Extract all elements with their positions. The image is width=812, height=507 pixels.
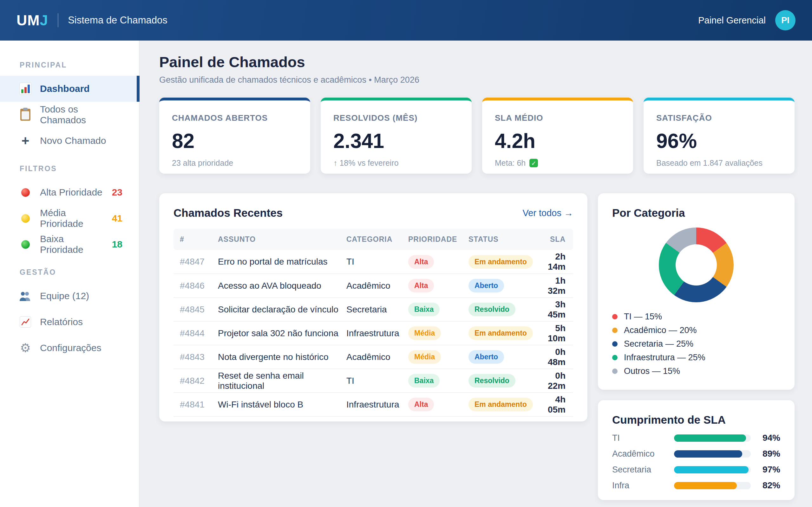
ticket-category: Infraestrutura (340, 321, 402, 345)
legend-item: Outros — 15% (612, 364, 780, 378)
kpi-value: 96% (656, 129, 782, 153)
kpi-value: 82 (172, 129, 298, 153)
sla-value: 94% (751, 433, 780, 443)
sidebar-item-equipe[interactable]: Equipe (12) (0, 283, 139, 309)
kpi-card-resolvidos-mes: RESOLVIDOS (MÊS) 2.341 ↑ 18% vs fevereir… (321, 98, 472, 174)
filter-count: 23 (112, 187, 122, 198)
kpi-caption-text: Meta: 6h (495, 158, 525, 168)
priority-badge: Alta (408, 255, 434, 269)
green-circle-icon (19, 240, 32, 249)
app-title: Sistema de Chamados (68, 14, 167, 26)
sla-bar-fill (674, 450, 742, 458)
table-row[interactable]: #4844 Projetor sala 302 não funciona Inf… (173, 321, 573, 345)
sidebar-item-dashboard[interactable]: Dashboard (0, 76, 139, 102)
status-badge: Em andamento (468, 326, 533, 340)
ticket-id[interactable]: #4844 (173, 321, 212, 345)
kpi-caption: Meta: 6h (495, 158, 620, 168)
category-donut-chart (659, 228, 734, 302)
bar-chart-icon (19, 83, 32, 95)
sidebar-item-label: Equipe (12) (40, 291, 122, 301)
legend-item: Infraestrutura — 25% (612, 351, 780, 364)
filter-count: 18 (112, 239, 122, 250)
ticket-category: TI (340, 369, 402, 393)
status-badge: Resolvido (468, 374, 515, 388)
sla-bar-fill (674, 466, 749, 473)
sidebar-item-alta-prioridade[interactable]: Alta Prioridade 23 (0, 179, 139, 205)
brand-divider (58, 13, 58, 27)
table-row[interactable]: #4847 Erro no portal de matrículas TI Al… (173, 250, 573, 274)
sla-label: Secretaria (612, 465, 674, 475)
sidebar-item-label: Novo Chamado (40, 135, 122, 146)
sidebar-item-label: Todos os Chamados (40, 104, 122, 125)
col-header-status: STATUS (462, 229, 535, 250)
sidebar-item-todos-chamados[interactable]: Todos os Chamados (0, 102, 139, 128)
kpi-caption: ↑ 18% vs fevereiro (334, 158, 459, 168)
dashboard-grid: Chamados Recentes Ver todos → # ASSUNTO … (159, 193, 795, 500)
sidebar-item-label: Configurações (40, 343, 122, 353)
ticket-sla: 2h 14m (535, 250, 573, 274)
table-row[interactable]: #4846 Acesso ao AVA bloqueado Acadêmico … (173, 274, 573, 297)
sidebar-item-baixa-prioridade[interactable]: Baixa Prioridade 18 (0, 231, 139, 257)
priority-badge: Baixa (408, 302, 440, 316)
ticket-subject: Acesso ao AVA bloqueado (212, 274, 340, 297)
page-title: Painel de Chamados (159, 53, 795, 71)
table-row[interactable]: #4841 Wi-Fi instável bloco B Infraestrut… (173, 393, 573, 416)
sla-bar-track (674, 450, 751, 458)
sla-bar-track (674, 435, 751, 442)
table-row[interactable]: #4845 Solicitar declaração de vínculo Se… (173, 297, 573, 321)
logo: UMJ (16, 12, 48, 29)
sla-value: 89% (751, 449, 780, 459)
sidebar-item-media-prioridade[interactable]: Média Prioridade 41 (0, 205, 139, 231)
ticket-id[interactable]: #4841 (173, 393, 212, 416)
legend-dot (612, 328, 618, 333)
gear-icon (19, 342, 32, 354)
ticket-subject: Erro no portal de matrículas (212, 250, 340, 274)
category-panel-title: Por Categoria (612, 207, 780, 219)
sla-bar-fill (674, 482, 737, 489)
sidebar-section-filtros: FILTROS (20, 164, 139, 173)
recent-tickets-title: Chamados Recentes (173, 207, 283, 219)
legend-label: Acadêmico — 20% (624, 326, 697, 335)
page-subtitle: Gestão unificada de chamados técnicos e … (159, 75, 795, 85)
ticket-category: Acadêmico (340, 345, 402, 369)
avatar[interactable]: PI (775, 10, 796, 31)
sidebar-item-label: Baixa Prioridade (40, 233, 104, 255)
sla-value: 82% (751, 481, 780, 491)
view-all-link[interactable]: Ver todos → (522, 208, 573, 218)
ticket-id[interactable]: #4845 (173, 297, 212, 321)
kpi-caption: 23 alta prioridade (172, 158, 298, 168)
table-row[interactable]: #4842 Reset de senha email institucional… (173, 369, 573, 393)
yellow-circle-icon (19, 214, 32, 223)
col-header-id: # (173, 229, 212, 250)
sidebar-item-configuracoes[interactable]: Configurações (0, 335, 139, 361)
ticket-sla: 1h 32m (535, 274, 573, 297)
ticket-id[interactable]: #4843 (173, 345, 212, 369)
sidebar-item-label: Dashboard (40, 83, 122, 94)
brand: UMJ Sistema de Chamados (16, 12, 167, 29)
kpi-caption-text: 23 alta prioridade (172, 158, 233, 168)
kpi-label: RESOLVIDOS (MÊS) (334, 113, 459, 123)
legend-dot (612, 355, 618, 360)
logo-accent: J (40, 12, 49, 29)
col-header-categoria: CATEGORIA (340, 229, 402, 250)
sla-bar-fill (674, 435, 746, 442)
ticket-id[interactable]: #4847 (173, 250, 212, 274)
tickets-table: # ASSUNTO CATEGORIA PRIORIDADE STATUS SL… (173, 229, 573, 417)
red-circle-icon (19, 188, 32, 197)
plus-icon (19, 134, 32, 147)
sidebar-item-novo-chamado[interactable]: Novo Chamado (0, 128, 139, 154)
sla-row: Infra 82% (612, 477, 780, 493)
ticket-id[interactable]: #4842 (173, 369, 212, 393)
legend-dot (612, 369, 618, 374)
logo-primary: UM (16, 12, 40, 29)
legend-label: Outros — 15% (624, 366, 680, 376)
ticket-subject: Solicitar declaração de vínculo (212, 297, 340, 321)
sidebar-item-relatorios[interactable]: Relatórios (0, 309, 139, 335)
table-row[interactable]: #4843 Nota divergente no histórico Acadê… (173, 345, 573, 369)
ticket-category: Secretaria (340, 297, 402, 321)
sla-bar-track (674, 482, 751, 489)
ticket-id[interactable]: #4846 (173, 274, 212, 297)
sla-label: Acadêmico (612, 449, 674, 459)
status-badge: Aberto (468, 350, 504, 364)
priority-badge: Alta (408, 279, 434, 292)
